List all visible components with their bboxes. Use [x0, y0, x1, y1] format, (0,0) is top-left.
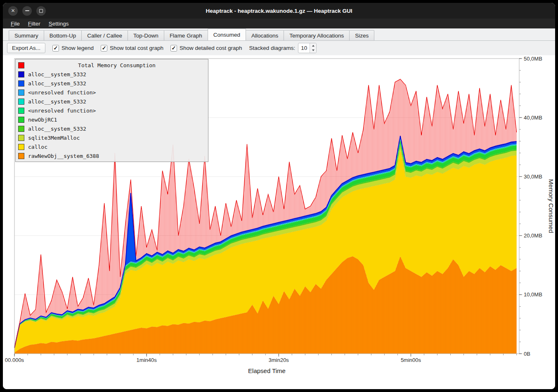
stacked-diagrams-spinbox[interactable]: [298, 43, 317, 53]
legend-swatch: [18, 71, 24, 77]
chart-legend: Total Memory Consumption alloc__system_5…: [15, 59, 208, 162]
legend-swatch: [18, 89, 24, 96]
legend-item-label: alloc__system_5332: [28, 126, 86, 132]
window-controls: ✕: [3, 6, 46, 16]
menu-bar: FileFilterSettings: [3, 19, 555, 28]
legend-item: alloc__system_5332: [16, 97, 208, 106]
legend-item-label: rawNewObj__system_6388: [28, 153, 99, 159]
legend-item-label: alloc__system_5332: [28, 99, 86, 105]
x-axis-title: Elapsed Time: [248, 367, 286, 374]
window-body: Heaptrack - heaptrack.wakunode.1.gz — He…: [3, 3, 555, 389]
window-title: Heaptrack - heaptrack.wakunode.1.gz — He…: [3, 8, 555, 14]
svg-text:10,0MB: 10,0MB: [524, 291, 542, 298]
checkmark-icon: ✓: [52, 45, 59, 52]
legend-item: calloc: [16, 142, 208, 151]
app-window: Heaptrack - heaptrack.wakunode.1.gz — He…: [0, 0, 558, 392]
legend-item: <unresolved function>: [16, 106, 208, 115]
legend-item: alloc__system_5332: [16, 124, 208, 133]
tab-bottom-up[interactable]: Bottom-Up: [44, 30, 82, 40]
tab-sizes[interactable]: Sizes: [349, 30, 374, 40]
svg-text:1min40s: 1min40s: [137, 357, 157, 363]
tab-temporary-allocations[interactable]: Temporary Allocations: [284, 30, 350, 40]
stacked-diagrams-control: Stacked diagrams:: [249, 43, 317, 53]
checkbox-label: Show detailed cost graph: [180, 45, 242, 51]
maximize-button[interactable]: [36, 6, 46, 16]
legend-item-label: <unresolved function>: [28, 108, 96, 114]
close-button[interactable]: ✕: [8, 6, 18, 16]
legend-swatch-total: [18, 62, 24, 68]
checkbox-label: Show legend: [61, 45, 94, 51]
svg-text:30,0MB: 30,0MB: [524, 174, 542, 180]
tab-caller-callee[interactable]: Caller / Callee: [81, 30, 128, 40]
y-axis: 0B10,0MB20,0MB30,0MB40,0MB50,0MBMemory C…: [519, 56, 555, 357]
chart-area: 00.000s1min40s3min20s5min00sElapsed Time…: [3, 55, 555, 389]
minimize-icon: [25, 10, 29, 11]
svg-text:3min20s: 3min20s: [269, 357, 289, 363]
tab-top-down[interactable]: Top-Down: [128, 30, 164, 40]
svg-text:00.000s: 00.000s: [5, 357, 24, 363]
close-icon: ✕: [11, 8, 15, 13]
legend-swatch: [18, 108, 24, 114]
checkmark-icon: ✓: [170, 45, 177, 52]
svg-text:50,0MB: 50,0MB: [524, 56, 542, 62]
legend-swatch: [18, 126, 24, 132]
legend-title-row: Total Memory Consumption: [16, 61, 208, 70]
chevron-up-icon: [312, 45, 314, 47]
legend-swatch: [18, 117, 24, 123]
menu-item-settings[interactable]: Settings: [45, 19, 73, 28]
svg-text:40,0MB: 40,0MB: [524, 115, 542, 121]
menu-item-filter[interactable]: Filter: [24, 19, 44, 28]
checkbox-show-detailed-cost-graph[interactable]: ✓Show detailed cost graph: [170, 45, 242, 52]
legend-item-label: <unresolved function>: [28, 89, 96, 96]
tab-flame-graph[interactable]: Flame Graph: [164, 30, 208, 40]
legend-swatch: [18, 144, 24, 150]
x-axis: 00.000s1min40s3min20s5min00sElapsed Time: [5, 354, 517, 374]
legend-item-label: newObjRC1: [28, 117, 57, 123]
legend-item: <unresolved function>: [16, 88, 208, 97]
stacked-diagrams-input[interactable]: [298, 43, 310, 53]
tab-allocations[interactable]: Allocations: [246, 30, 284, 40]
legend-item-label: calloc: [28, 144, 47, 150]
legend-item: alloc__system_5332: [16, 70, 208, 79]
legend-swatch: [18, 153, 24, 159]
legend-item: alloc__system_5332: [16, 79, 208, 88]
stepper-down-button[interactable]: [310, 48, 316, 53]
legend-item: newObjRC1: [16, 115, 208, 124]
legend-swatch: [18, 99, 24, 105]
checkbox-show-total-cost-graph[interactable]: ✓Show total cost graph: [101, 45, 163, 52]
maximize-icon: [39, 9, 43, 13]
export-as-button[interactable]: Export As...: [7, 43, 45, 53]
legend-item: rawNewObj__system_6388: [16, 151, 208, 160]
legend-swatch: [18, 135, 24, 141]
legend-item-label: alloc__system_5332: [28, 71, 86, 77]
svg-text:20,0MB: 20,0MB: [524, 232, 542, 239]
menu-item-file[interactable]: File: [7, 19, 24, 28]
title-bar: Heaptrack - heaptrack.wakunode.1.gz — He…: [3, 3, 555, 19]
tab-summary[interactable]: Summary: [9, 30, 44, 40]
stepper-up-button[interactable]: [310, 43, 316, 48]
stacked-diagrams-label: Stacked diagrams:: [249, 45, 296, 51]
minimize-button[interactable]: [22, 6, 32, 16]
main-toolbar: Export As... ✓Show legend✓Show total cos…: [3, 41, 555, 55]
svg-text:5min00s: 5min00s: [401, 357, 421, 363]
checkmark-icon: ✓: [101, 45, 107, 52]
stepper-buttons: [310, 43, 316, 53]
legend-item-label: sqlite3MemMalloc: [28, 135, 80, 141]
chevron-down-icon: [312, 49, 314, 51]
legend-title: Total Memory Consumption: [28, 62, 206, 68]
checkbox-label: Show total cost graph: [110, 45, 163, 51]
y-axis-title: Memory Consumed: [548, 179, 555, 233]
svg-text:0B: 0B: [524, 351, 530, 357]
checkbox-show-legend[interactable]: ✓Show legend: [52, 45, 94, 52]
tab-bar: SummaryBottom-UpCaller / CalleeTop-DownF…: [3, 28, 555, 41]
legend-item: sqlite3MemMalloc: [16, 133, 208, 142]
legend-item-label: alloc__system_5332: [28, 80, 86, 87]
tab-consumed[interactable]: Consumed: [208, 28, 246, 40]
toolbar-checkboxes: ✓Show legend✓Show total cost graph✓Show …: [52, 45, 242, 52]
legend-swatch: [18, 80, 24, 87]
